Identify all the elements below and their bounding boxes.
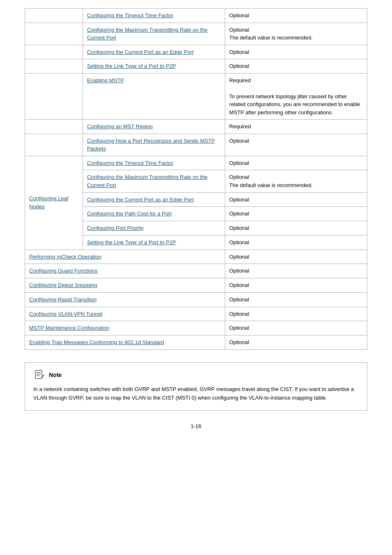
table-row: Configuring Rapid Transition Optional bbox=[25, 292, 367, 307]
col2-cell: Enabling MSTP bbox=[83, 73, 225, 120]
col3-cell: Optional bbox=[225, 59, 367, 74]
link-port-recognizes-sends[interactable]: Configuring How a Port Recognizes and Se… bbox=[87, 138, 215, 152]
col1-cell bbox=[25, 73, 83, 120]
col3-cell: OptionalThe default value is recommended… bbox=[225, 170, 367, 193]
link-configuring-rapid[interactable]: Configuring Rapid Transition bbox=[29, 296, 97, 303]
link-performing-mcheck[interactable]: Performing mCheck Operation bbox=[29, 254, 101, 260]
table-row: Configuring the Current Port as an Edge … bbox=[25, 45, 367, 59]
note-icon bbox=[33, 369, 46, 381]
link-current-port-edge-1[interactable]: Configuring the Current Port as an Edge … bbox=[87, 49, 194, 55]
table-row: Configuring Digest Snooping Optional bbox=[25, 278, 367, 293]
col1-cell bbox=[25, 45, 83, 59]
note-header: Note bbox=[33, 369, 359, 381]
col3-cell: Optional bbox=[225, 207, 367, 221]
link-mstp-maintenance[interactable]: MSTP Maintenance Configuration bbox=[29, 325, 109, 331]
col2-cell: Configuring the Timeout Time Factor bbox=[83, 9, 225, 23]
col2-cell: Configuring an MST Region bbox=[83, 120, 225, 134]
col2-cell: Setting the Link Type of a Port to P2P bbox=[83, 59, 225, 74]
col2-cell: Configuring the Current Port as an Edge … bbox=[83, 45, 225, 59]
col2-cell: Setting the Link Type of a Port to P2P bbox=[83, 235, 225, 250]
col3-cell: Optional bbox=[225, 278, 367, 293]
col2-cell: Configuring How a Port Recognizes and Se… bbox=[83, 134, 225, 156]
col2-cell: Configuring the Path Cost for a Port bbox=[83, 207, 225, 221]
col3-cell: Optional bbox=[225, 307, 367, 321]
col2-cell: Configuring Port Priority bbox=[83, 221, 225, 236]
link-path-cost[interactable]: Configuring the Path Cost for a Port bbox=[87, 210, 172, 217]
table-row: Configuring the Maximum Transmitting Rat… bbox=[25, 23, 367, 45]
table-row: Enabling MSTP Required To prevent networ… bbox=[25, 73, 367, 120]
col3-cell: Required To prevent network topology jit… bbox=[225, 73, 367, 120]
page-number: 1-16 bbox=[25, 423, 367, 429]
link-max-transmitting-2[interactable]: Configuring the Maximum Transmitting Rat… bbox=[87, 174, 208, 188]
col3-cell: Optional bbox=[225, 235, 367, 250]
note-label: Note bbox=[49, 372, 62, 378]
col3-cell: Optional bbox=[225, 45, 367, 59]
col1-cell bbox=[25, 23, 83, 45]
table-row: Configuring Leaf Nodes Configuring the T… bbox=[25, 156, 367, 170]
col3-cell: Optional bbox=[225, 192, 367, 207]
link-link-type-p2p-2[interactable]: Setting the Link Type of a Port to P2P bbox=[87, 239, 176, 245]
col3-cell: Optional bbox=[225, 134, 367, 156]
col2-cell: Configuring the Timeout Time Factor bbox=[83, 156, 225, 170]
link-max-transmitting-1[interactable]: Configuring the Maximum Transmitting Rat… bbox=[87, 27, 208, 41]
col2-cell: Configuring the Maximum Transmitting Rat… bbox=[83, 170, 225, 193]
link-configuring-leaf-nodes[interactable]: Configuring Leaf Nodes bbox=[29, 195, 68, 210]
col1-leaf-nodes: Configuring Leaf Nodes bbox=[25, 156, 83, 250]
link-configuring-mst-region[interactable]: Configuring an MST Region bbox=[87, 123, 153, 130]
note-box: Note In a network containing switches wi… bbox=[25, 362, 367, 411]
col2-cell: Configuring the Current Port as an Edge … bbox=[83, 192, 225, 207]
col1-cell: MSTP Maintenance Configuration bbox=[25, 321, 225, 335]
link-enabling-trap[interactable]: Enabling Trap Messages Conforming to 802… bbox=[29, 339, 164, 345]
link-port-priority[interactable]: Configuring Port Priority bbox=[87, 225, 144, 231]
col2-cell: Configuring the Maximum Transmitting Rat… bbox=[83, 23, 225, 45]
col1-cell bbox=[25, 59, 83, 74]
col1-cell: Configuring VLAN-VPN Tunnel bbox=[25, 307, 225, 321]
table-row: MSTP Maintenance Configuration Optional bbox=[25, 321, 367, 335]
link-enabling-mstp[interactable]: Enabling MSTP bbox=[87, 77, 124, 83]
col1-cell bbox=[25, 134, 83, 156]
table-row: Configuring the Timeout Time Factor Opti… bbox=[25, 9, 367, 23]
table-row: Configuring How a Port Recognizes and Se… bbox=[25, 134, 367, 156]
col3-cell: Optional bbox=[225, 156, 367, 170]
col3-cell: Required bbox=[225, 120, 367, 134]
link-configuring-digest[interactable]: Configuring Digest Snooping bbox=[29, 282, 97, 288]
col1-cell bbox=[25, 120, 83, 134]
table-row: Configuring Guard Functions Optional bbox=[25, 264, 367, 278]
link-timeout-time-factor-2[interactable]: Configuring the Timeout Time Factor bbox=[87, 160, 173, 166]
svg-rect-0 bbox=[35, 370, 42, 379]
table-row: Performing mCheck Operation Optional bbox=[25, 250, 367, 264]
link-current-port-edge-2[interactable]: Configuring the Current Port as an Edge … bbox=[87, 197, 194, 203]
col3-cell: OptionalThe default value is recommended… bbox=[225, 23, 367, 45]
table-row: Configuring an MST Region Required bbox=[25, 120, 367, 134]
col3-cell: Optional bbox=[225, 321, 367, 335]
col1-cell bbox=[25, 9, 83, 23]
col3-cell: Optional bbox=[225, 264, 367, 278]
col3-cell: Optional bbox=[225, 221, 367, 236]
link-link-type-p2p-1[interactable]: Setting the Link Type of a Port to P2P bbox=[87, 63, 176, 69]
col1-cell: Configuring Digest Snooping bbox=[25, 278, 225, 293]
col1-cell: Performing mCheck Operation bbox=[25, 250, 225, 264]
col3-cell: Optional bbox=[225, 335, 367, 350]
col3-cell: Optional bbox=[225, 250, 367, 264]
col3-cell: Optional bbox=[225, 292, 367, 307]
link-configuring-vlan-vpn[interactable]: Configuring VLAN-VPN Tunnel bbox=[29, 311, 102, 317]
table-row: Configuring VLAN-VPN Tunnel Optional bbox=[25, 307, 367, 321]
note-text: In a network containing switches with bo… bbox=[33, 385, 359, 402]
link-timeout-time-factor-1[interactable]: Configuring the Timeout Time Factor bbox=[87, 12, 173, 18]
col1-cell: Configuring Rapid Transition bbox=[25, 292, 225, 307]
table-row: Enabling Trap Messages Conforming to 802… bbox=[25, 335, 367, 350]
main-table: Configuring the Timeout Time Factor Opti… bbox=[25, 8, 367, 350]
table-row: Setting the Link Type of a Port to P2P O… bbox=[25, 59, 367, 74]
col3-cell: Optional bbox=[225, 9, 367, 23]
col1-cell: Enabling Trap Messages Conforming to 802… bbox=[25, 335, 225, 350]
link-configuring-guard[interactable]: Configuring Guard Functions bbox=[29, 268, 97, 274]
col1-cell: Configuring Guard Functions bbox=[25, 264, 225, 278]
